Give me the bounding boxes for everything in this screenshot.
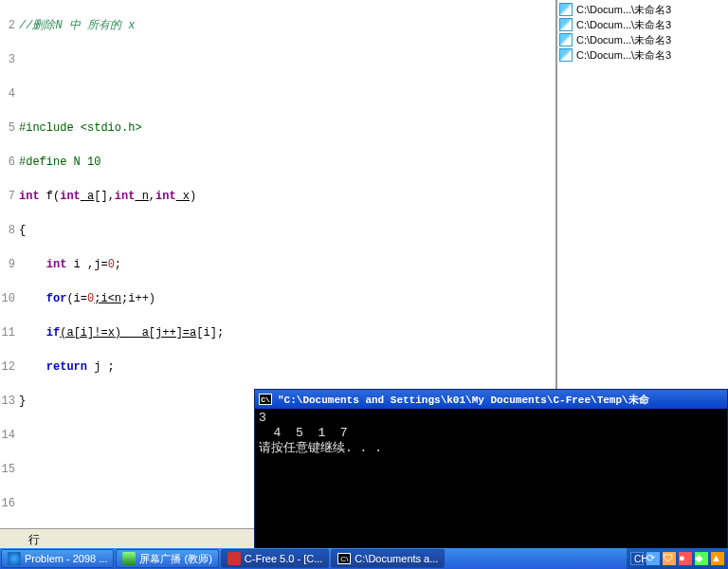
line-number: 11 — [0, 324, 17, 341]
line-number: 6 — [0, 154, 17, 171]
file-label: C:\Docum...\未命名3 — [576, 48, 671, 63]
status-text: 行 — [28, 533, 40, 546]
file-label: C:\Docum...\未命名3 — [576, 18, 671, 32]
file-icon — [559, 18, 573, 31]
taskbar-label: C:\Documents a... — [355, 553, 438, 564]
line-number: 3 — [0, 51, 17, 68]
line-number: 16 — [0, 495, 17, 512]
file-icon — [559, 33, 573, 46]
file-item[interactable]: C:\Docum...\未命名3 — [559, 32, 726, 47]
status-bar: 行 — [0, 528, 256, 549]
file-label: C:\Docum...\未命名3 — [576, 33, 671, 47]
line-number: 9 — [0, 256, 17, 273]
line-number: 8 — [0, 222, 17, 239]
line-number: 15 — [0, 461, 17, 478]
taskbar-label: Problem - 2098 ... — [25, 553, 107, 564]
screen-icon — [122, 552, 136, 565]
tray-icon[interactable]: ● — [679, 552, 692, 565]
line-number: 5 — [0, 119, 17, 137]
language-indicator[interactable]: CH — [630, 552, 644, 565]
tray-icon[interactable]: ⟳ — [646, 552, 660, 565]
line-number: 13 — [0, 393, 17, 410]
taskbar-label: C-Free 5.0 - [C... — [245, 553, 323, 564]
console-output[interactable]: 3 4 5 1 7 请按任意键继续. . . — [255, 409, 727, 549]
tray-icon[interactable]: ◆ — [695, 552, 708, 565]
file-icon — [559, 3, 573, 16]
ie-icon — [8, 552, 21, 565]
comment: //删除N 中 所有的 x — [19, 19, 135, 32]
tray-icon[interactable]: 🛡 — [663, 552, 676, 565]
line-number: 12 — [0, 358, 17, 376]
file-item[interactable]: C:\Docum...\未命名3 — [559, 47, 726, 63]
tray-icon[interactable]: ▲ — [711, 552, 724, 565]
console-titlebar[interactable]: C\ "C:\Documents and Settings\k01\My Doc… — [255, 390, 727, 409]
cfree-icon — [228, 552, 241, 565]
console-title-text: "C:\Documents and Settings\k01\My Docume… — [278, 393, 649, 407]
cmd-icon: C\ — [337, 553, 351, 564]
line-number: 7 — [0, 188, 17, 205]
line-number: 2 — [0, 17, 17, 34]
taskbar-item-browser[interactable]: Problem - 2098 ... — [1, 549, 114, 568]
file-item[interactable]: C:\Docum...\未命名3 — [559, 2, 726, 17]
cmd-icon: C\ — [259, 394, 272, 405]
taskbar-item-screenshare[interactable]: 屏幕广播 (教师) — [116, 549, 218, 568]
file-icon — [559, 48, 573, 62]
line-number: 14 — [0, 427, 17, 444]
line-number: 4 — [0, 85, 17, 102]
file-label: C:\Docum...\未命名3 — [576, 3, 671, 17]
taskbar-item-cfree[interactable]: C-Free 5.0 - [C... — [221, 549, 330, 568]
file-item[interactable]: C:\Docum...\未命名3 — [559, 17, 726, 32]
system-tray[interactable]: CH ⟳ 🛡 ● ◆ ▲ — [627, 548, 728, 569]
taskbar[interactable]: Problem - 2098 ... 屏幕广播 (教师) C-Free 5.0 … — [0, 548, 728, 569]
taskbar-item-cmd[interactable]: C\C:\Documents a... — [331, 549, 445, 568]
taskbar-label: 屏幕广播 (教师) — [139, 552, 211, 566]
console-window[interactable]: C\ "C:\Documents and Settings\k01\My Doc… — [254, 389, 728, 548]
line-number: 10 — [0, 290, 17, 307]
